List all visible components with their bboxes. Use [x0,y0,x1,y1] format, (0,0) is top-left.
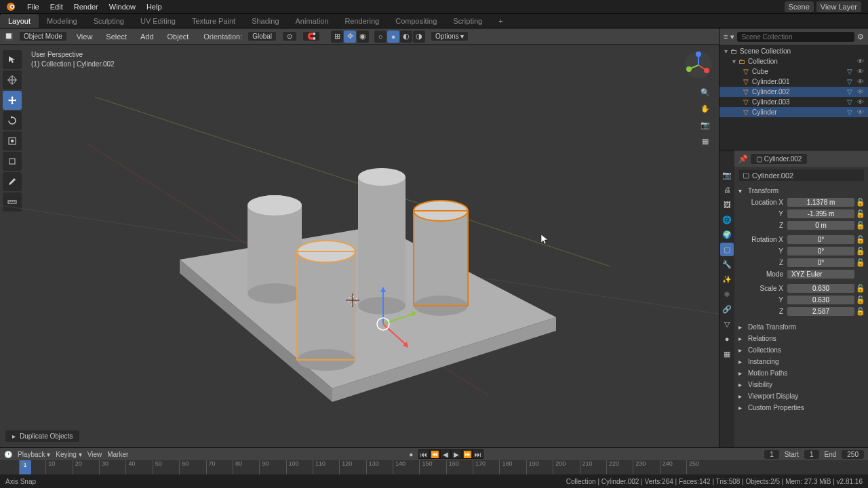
visibility-icon[interactable]: 👁 [856,58,865,65]
lock-icon[interactable]: 🔓 [856,221,864,230]
menu-help[interactable]: Help [141,1,167,12]
tab-add[interactable]: + [490,14,511,28]
mode-dropdown[interactable]: Object Mode [19,31,67,41]
tab-rendering[interactable]: Rendering [336,14,387,28]
location-x-field[interactable]: 1.1378 m [787,198,854,207]
visibility-icon[interactable]: 👁 [856,98,865,106]
rendered-shade-icon[interactable]: ◑ [413,30,425,43]
scale-y-field[interactable]: 0.630 [787,296,854,304]
viewport-3d[interactable]: User Perspective (1) Collection | Cylind… [0,45,719,447]
lock-icon[interactable]: 🔓 [856,198,864,207]
section-collections[interactable]: ▸Collections [738,344,864,356]
jump-start-icon[interactable]: ⏮ [418,449,429,459]
timeline-editor-icon[interactable]: 🕐 [4,451,12,458]
tab-sculpting[interactable]: Sculpting [85,14,132,28]
editor-type-icon[interactable]: 🔲 [4,32,14,41]
overlay-toggle-icon[interactable]: ◉ [357,30,369,43]
zoom-button[interactable]: 🔍 [698,85,712,99]
rotation-mode-dropdown[interactable]: XYZ Euler [787,270,854,279]
end-frame-field[interactable]: 250 [842,450,864,459]
autokey-icon[interactable]: ● [409,451,413,458]
tab-render-icon[interactable]: 📷 [720,168,734,182]
lock-icon[interactable]: 🔓 [856,296,864,304]
tab-scripting[interactable]: Scripting [445,14,490,28]
viewport-menu-view[interactable]: View [73,31,97,42]
outliner-editor-icon[interactable]: ≡ [724,33,728,41]
lock-icon[interactable]: 🔓 [856,284,864,293]
timeline-menu-view[interactable]: View [87,451,102,458]
menu-edit[interactable]: Edit [45,1,68,12]
section-relations[interactable]: ▸Relations [738,333,864,344]
tab-mesh-icon[interactable]: ▽ [720,317,734,331]
section-custom-properties[interactable]: ▸Custom Properties [738,402,864,413]
operator-redo-panel[interactable]: ▸ Duplicate Objects [5,430,79,442]
menu-file[interactable]: File [22,1,45,12]
timeline-track[interactable]: 1 01020304050607080901001101201301401501… [0,460,868,475]
options-dropdown[interactable]: Options ▾ [431,31,469,41]
tab-texture-icon[interactable]: ▦ [720,347,734,361]
wireframe-shade-icon[interactable]: ○ [374,30,387,43]
section-motion-paths[interactable]: ▸Motion Paths [738,367,864,379]
orientation-dropdown[interactable]: Global [248,31,277,41]
location-z-field[interactable]: 0 m [787,221,854,230]
outliner-item-cylinder003[interactable]: ▽ Cylinder.003 ▽ 👁 [719,97,868,107]
scene-selector[interactable]: Scene [785,1,814,12]
location-y-field[interactable]: -1.395 m [787,209,854,218]
outliner-scene-collection[interactable]: ▾ 🗀 Scene Collection [719,46,868,56]
tab-modifiers-icon[interactable]: 🔧 [720,258,734,271]
pivot-dropdown[interactable]: ⊙ [282,31,297,41]
section-instancing[interactable]: ▸Instancing [738,356,864,367]
tab-animation[interactable]: Animation [288,14,337,28]
play-icon[interactable]: ▶ [451,449,462,459]
current-frame-field[interactable]: 1 [764,450,779,459]
rotation-x-field[interactable]: 0° [787,235,854,244]
viewlayer-selector[interactable]: View Layer [816,1,861,12]
rotation-y-field[interactable]: 0° [787,247,854,256]
filter-icon[interactable]: ⚙ [857,33,864,41]
tab-layout[interactable]: Layout [0,14,39,28]
outliner-item-cylinder[interactable]: ▽ Cylinder ▽ 👁 [719,107,868,117]
lock-icon[interactable]: 🔓 [856,235,864,244]
lock-icon[interactable]: 🔓 [856,258,864,267]
breadcrumb-object[interactable]: ▢ Cylinder.002 [751,154,807,164]
tab-particles-icon[interactable]: ✨ [720,272,734,286]
outliner-item-cube[interactable]: ▽ Cube ▽ 👁 [719,66,868,77]
perspective-button[interactable]: ▦ [698,134,712,148]
tab-compositing[interactable]: Compositing [387,14,445,28]
nav-gizmo[interactable] [684,50,713,80]
viewport-menu-object[interactable]: Object [163,31,193,42]
section-viewport-display[interactable]: ▸Viewport Display [738,390,864,402]
tab-physics-icon[interactable]: ⚛ [720,287,734,301]
select-gizmo-icon[interactable]: ⊞ [331,30,343,43]
tab-object-icon[interactable]: ▢ [720,243,734,256]
section-delta-transform[interactable]: ▸Delta Transform [738,321,864,333]
play-reverse-icon[interactable]: ◀ [440,449,451,459]
matprev-shade-icon[interactable]: ◐ [400,30,412,43]
camera-button[interactable]: 📷 [698,118,712,131]
tab-modeling[interactable]: Modeling [39,14,85,28]
visibility-icon[interactable]: 👁 [856,88,865,96]
timeline-menu-playback[interactable]: Playback ▾ [18,451,50,458]
object-name-field[interactable]: ▢ Cylinder.002 [738,169,864,181]
lock-icon[interactable]: 🔓 [856,307,864,316]
viewport-menu-add[interactable]: Add [136,31,158,42]
outliner-collection[interactable]: ▾ 🗀 Collection 👁 [719,56,868,66]
outliner-item-cylinder002[interactable]: ▽ Cylinder.002 ▽ 👁 [719,87,868,97]
tab-constraints-icon[interactable]: 🔗 [720,302,734,316]
visibility-icon[interactable]: 👁 [856,78,865,85]
keyframe-prev-icon[interactable]: ⏪ [429,449,440,459]
outliner-mode-icon[interactable]: ▾ [730,33,734,41]
section-visibility[interactable]: ▸Visibility [738,379,864,390]
section-transform[interactable]: ▾Transform [738,185,864,197]
scale-x-field[interactable]: 0.630 [787,284,854,293]
tab-world-icon[interactable]: 🌍 [720,228,734,241]
pin-icon[interactable]: 📌 [738,155,748,163]
tab-viewlayer-icon[interactable]: 🖼 [720,198,734,211]
visibility-icon[interactable]: 👁 [856,108,865,116]
outliner-search[interactable] [737,32,854,42]
tab-material-icon[interactable]: ● [720,332,734,346]
menu-render[interactable]: Render [68,1,104,12]
start-frame-field[interactable]: 1 [804,450,819,459]
scale-z-field[interactable]: 2.587 [787,307,854,316]
tab-shading[interactable]: Shading [243,14,287,28]
